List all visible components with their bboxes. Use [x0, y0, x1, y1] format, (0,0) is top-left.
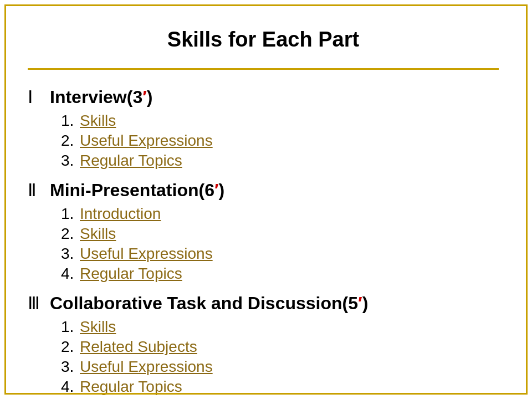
item-link-2-2[interactable]: Skills: [80, 225, 116, 243]
item-link-3-3[interactable]: Useful Expressions: [80, 358, 213, 376]
list-item: 1.Skills: [61, 112, 499, 130]
minute-mark-2: ′: [214, 180, 219, 200]
list-item: 1.Introduction: [61, 205, 499, 223]
bottom-border-line: [4, 393, 528, 395]
item-number-1-2: 2.: [61, 132, 76, 150]
list-item: 2.Useful Expressions: [61, 132, 499, 150]
section-header-2: ⅡMini-Presentation(6′): [28, 180, 499, 201]
item-number-2-4: 4.: [61, 265, 76, 283]
item-link-2-1[interactable]: Introduction: [80, 205, 161, 223]
title-section: Skills for Each Part: [28, 17, 499, 70]
item-link-1-1[interactable]: Skills: [80, 112, 116, 130]
page-container: Skills for Each Part ⅠInterview(3′)1.Ski…: [0, 0, 532, 399]
list-item: 4.Regular Topics: [61, 265, 499, 283]
roman-numeral-2: Ⅱ: [28, 180, 44, 201]
item-link-1-3[interactable]: Regular Topics: [80, 152, 182, 170]
item-number-3-1: 1.: [61, 318, 76, 336]
list-item: 1.Skills: [61, 318, 499, 336]
list-item: 2.Skills: [61, 225, 499, 243]
item-link-3-2[interactable]: Related Subjects: [80, 338, 197, 356]
minute-mark-3: ′: [358, 293, 362, 313]
list-item: 3.Useful Expressions: [61, 358, 499, 376]
page-title: Skills for Each Part: [28, 28, 499, 52]
roman-numeral-3: Ⅲ: [28, 293, 44, 314]
item-number-2-3: 3.: [61, 245, 76, 263]
section-title-3: Collaborative Task and Discussion(5′): [50, 293, 368, 314]
section-title-2: Mini-Presentation(6′): [50, 180, 224, 201]
list-item: 3.Useful Expressions: [61, 245, 499, 263]
item-link-2-3[interactable]: Useful Expressions: [80, 245, 213, 263]
sub-list-2: 1.Introduction2.Skills3.Useful Expressio…: [61, 205, 499, 283]
section-header-3: ⅢCollaborative Task and Discussion(5′): [28, 293, 499, 314]
item-number-3-3: 3.: [61, 358, 76, 376]
item-number-3-2: 2.: [61, 338, 76, 356]
content-area: Skills for Each Part ⅠInterview(3′)1.Ski…: [0, 0, 532, 399]
roman-numeral-1: Ⅰ: [28, 86, 44, 108]
item-link-3-1[interactable]: Skills: [80, 318, 116, 336]
list-item: 3.Regular Topics: [61, 152, 499, 170]
item-link-2-4[interactable]: Regular Topics: [80, 265, 182, 283]
item-number-1-3: 3.: [61, 152, 76, 170]
item-link-1-2[interactable]: Useful Expressions: [80, 132, 213, 150]
list-item: 2.Related Subjects: [61, 338, 499, 356]
sub-list-3: 1.Skills2.Related Subjects3.Useful Expre…: [61, 318, 499, 396]
minute-mark-1: ′: [142, 87, 147, 107]
section-title-1: Interview(3′): [50, 87, 153, 108]
sub-list-1: 1.Skills2.Useful Expressions3.Regular To…: [61, 112, 499, 170]
item-number-2-2: 2.: [61, 225, 76, 243]
item-number-2-1: 1.: [61, 205, 76, 223]
item-number-1-1: 1.: [61, 112, 76, 130]
sections-container: ⅠInterview(3′)1.Skills2.Useful Expressio…: [28, 86, 499, 396]
section-header-1: ⅠInterview(3′): [28, 86, 499, 108]
